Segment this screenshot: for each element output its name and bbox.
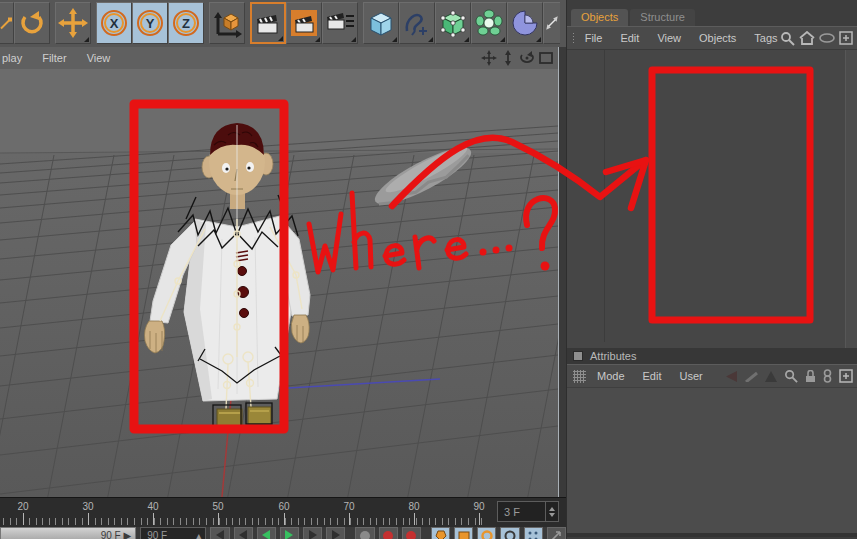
preview-range-slider[interactable]: 90 F ▶ (0, 527, 136, 539)
editable-object-icon[interactable] (435, 2, 471, 44)
attributes-titlebar: Attributes (567, 348, 857, 364)
range-dropdown[interactable]: 90 F ▴ (140, 527, 206, 539)
search-icon[interactable] (784, 369, 798, 383)
keyframe-selection-button[interactable] (524, 527, 543, 539)
viewport-canvas[interactable] (0, 69, 558, 497)
tick-label: 40 (147, 501, 158, 512)
coordinate-system-icon[interactable] (209, 2, 245, 44)
range-end-label: 90 F (101, 530, 121, 539)
tick-label: 80 (408, 501, 419, 512)
render-picture-viewer-button[interactable] (286, 2, 322, 44)
attributes-title: Attributes (590, 350, 636, 362)
timeline-bar: 20 30 40 50 60 70 80 90 3 F (0, 497, 566, 527)
current-frame-field[interactable]: 3 F (497, 501, 559, 522)
tick (153, 513, 154, 525)
objects-menu-edit[interactable]: Edit (611, 32, 648, 44)
tick (479, 513, 480, 525)
maximize-panel-icon[interactable] (839, 31, 853, 45)
z-axis-lock-button[interactable]: Z (168, 2, 204, 44)
objects-menu-view[interactable]: View (648, 32, 690, 44)
attributes-menu-user[interactable]: User (671, 370, 712, 382)
goto-end-button[interactable] (326, 527, 345, 539)
object-list-divider (604, 50, 605, 342)
parent-up-icon[interactable] (765, 371, 777, 382)
render-settings-button[interactable] (322, 2, 358, 44)
modeling-tool-icon[interactable] (543, 2, 560, 44)
objects-menu-objects[interactable]: Objects (690, 32, 745, 44)
array-object-icon[interactable] (471, 2, 507, 44)
goto-start-button[interactable] (210, 527, 229, 539)
object-list-scrollbar[interactable] (845, 50, 857, 348)
scale-tool-icon[interactable] (0, 2, 14, 44)
range-arrow: ▶ (123, 530, 131, 539)
attributes-menu-edit[interactable]: Edit (634, 370, 671, 382)
play-forward-button[interactable] (280, 527, 299, 539)
tick (23, 513, 24, 525)
grip-handle[interactable] (573, 32, 574, 45)
svg-text:Z: Z (182, 16, 190, 31)
render-view-button[interactable] (250, 2, 286, 44)
boolean-object-icon[interactable] (507, 2, 543, 44)
next-key-button[interactable] (303, 527, 322, 539)
tick-label: 30 (82, 501, 93, 512)
tick-label: 50 (212, 501, 223, 512)
dropdown-arrow-icon: ▴ (196, 530, 201, 539)
x-axis-lock-button[interactable]: X (96, 2, 132, 44)
tick (88, 513, 89, 525)
search-icon[interactable] (780, 31, 795, 46)
viewport-menu-view[interactable]: View (77, 52, 121, 64)
eye-icon[interactable] (819, 33, 835, 43)
range-dropdown-label: 90 F (147, 530, 167, 539)
history-forward-icon[interactable] (745, 371, 758, 382)
viewport-menu-display[interactable]: play (0, 52, 32, 64)
tick-label: 90 (473, 501, 484, 512)
viewport-rotate-icon[interactable] (519, 50, 535, 66)
record-position-button[interactable] (355, 527, 374, 539)
frame-value[interactable]: 3 F (498, 506, 545, 518)
autokey-scale-button[interactable] (454, 527, 473, 539)
lock-icon[interactable] (805, 370, 816, 383)
tick (284, 513, 285, 525)
tick-label: 70 (343, 501, 354, 512)
viewport-zoom-icon[interactable] (500, 50, 516, 66)
svg-text:Y: Y (146, 16, 155, 31)
object-manager-list[interactable] (567, 49, 857, 348)
play-backward-button[interactable] (257, 527, 276, 539)
viewport-pan-icon[interactable] (481, 50, 497, 66)
history-back-icon[interactable] (725, 371, 738, 382)
viewport-maximize-icon[interactable] (538, 50, 554, 66)
y-axis-lock-button[interactable]: Y (132, 2, 168, 44)
solo-animation-button[interactable] (547, 527, 566, 539)
attributes-content[interactable] (567, 387, 857, 537)
main-toolbar: X Y Z (0, 0, 566, 47)
attributes-menu-mode[interactable]: Mode (588, 370, 634, 382)
grip-handle[interactable] (573, 370, 586, 383)
tab-objects[interactable]: Objects (571, 9, 628, 26)
add-spline-icon[interactable] (399, 2, 435, 44)
record-button[interactable] (379, 527, 398, 539)
viewport-panel[interactable]: play Filter View (0, 47, 559, 497)
previous-key-button[interactable] (234, 527, 253, 539)
record-help-button[interactable] (402, 527, 421, 539)
viewport-menubar: play Filter View (0, 47, 558, 69)
move-tool-icon[interactable] (55, 2, 91, 44)
autokey-parameter-button[interactable] (500, 527, 519, 539)
tab-structure[interactable]: Structure (630, 9, 695, 26)
maximize-panel-icon[interactable] (839, 369, 853, 383)
attributes-menubar: Mode Edit User (567, 364, 857, 387)
objects-menu-file[interactable]: File (576, 32, 612, 44)
tick-label: 60 (278, 501, 289, 512)
timeline-ruler[interactable]: 20 30 40 50 60 70 80 90 (0, 498, 492, 528)
autokey-position-button[interactable] (431, 527, 450, 539)
viewport-sky (0, 69, 558, 155)
objects-menu-tags[interactable]: Tags (745, 32, 779, 44)
viewport-menu-filter[interactable]: Filter (32, 52, 76, 64)
home-icon[interactable] (799, 31, 815, 45)
rotate-tool-icon[interactable] (14, 2, 50, 44)
tick (218, 513, 219, 525)
link-icon[interactable] (823, 369, 832, 383)
add-cube-primitive-icon[interactable] (363, 2, 399, 44)
autokey-rotation-button[interactable] (477, 527, 496, 539)
right-panel: Objects Structure File Edit View Objects… (566, 0, 857, 539)
frame-spinner[interactable] (545, 502, 558, 521)
